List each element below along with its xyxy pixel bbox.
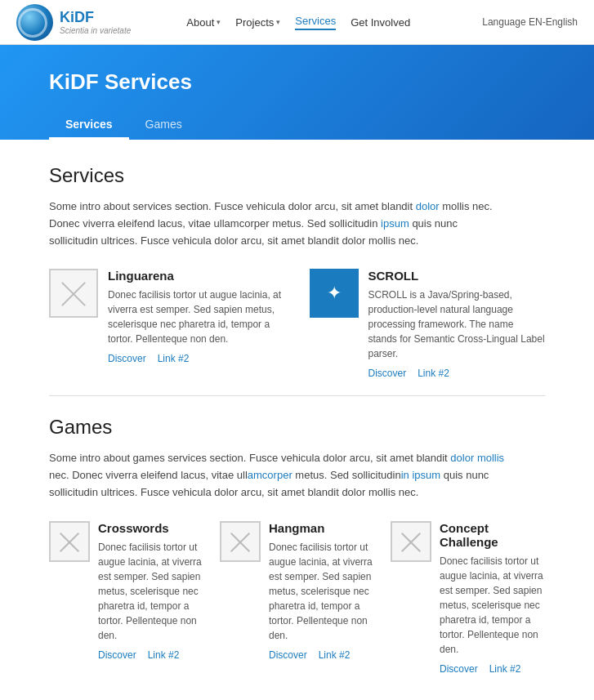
chevron-down-icon: ▾ [276,18,280,26]
concept-challenge-links: Discover Link #2 [440,663,545,675]
card-hangman: Hangman Donec facilisis tortor ut augue … [220,521,374,675]
services-intro-link2[interactable]: ipsum [381,217,409,230]
nav-about[interactable]: About ▾ [186,16,221,29]
language-selector[interactable]: Language EN-English [482,16,578,28]
linguarena-title: Linguarena [108,269,285,283]
scroll-title: SCROLL [368,269,546,283]
crosswords-title: Crosswords [98,521,203,535]
hero-title: KiDF Services [49,69,545,95]
tab-services[interactable]: Services [49,111,129,140]
logo: KiDF Scientia in varietate [16,4,131,41]
section-divider [49,395,545,396]
crosswords-links: Discover Link #2 [98,649,203,661]
games-intro-link2[interactable]: amcorper [248,469,293,481]
scroll-desc: SCROLL is a Java/Spring-based, productio… [368,288,546,361]
games-intro-link4[interactable]: ipsum [412,469,440,481]
logo-text: KiDF Scientia in varietate [60,9,131,35]
services-cards: Linguarena Donec facilisis tortor ut aug… [49,269,545,379]
games-intro-link1[interactable]: dolor mollis [450,452,504,464]
card-scroll: ✦ SCROLL SCROLL is a Java/Spring-based, … [310,269,546,379]
services-intro: Some intro about services section. Fusce… [49,198,507,249]
games-title: Games [49,416,545,439]
hangman-body: Hangman Donec facilisis tortor ut augue … [269,521,374,675]
concept-challenge-title: Concept Challenge [440,521,545,549]
linguarena-discover[interactable]: Discover [108,353,146,364]
placeholder-icon [398,528,424,555]
scroll-discover[interactable]: Discover [368,368,407,379]
nav-projects[interactable]: Projects ▾ [235,16,280,29]
games-intro-link3[interactable]: in [401,469,409,481]
hangman-title: Hangman [269,521,374,535]
concept-challenge-icon [391,521,431,562]
scroll-link2[interactable]: Link #2 [418,368,449,379]
logo-name: KiDF [60,9,131,26]
crosswords-discover[interactable]: Discover [98,649,136,661]
placeholder-icon [56,528,83,555]
scroll-icon-container: ✦ [310,269,359,318]
chevron-down-icon: ▾ [217,18,221,26]
hangman-desc: Donec facilisis tortor ut augue lacinia,… [269,540,374,643]
card-linguarena: Linguarena Donec facilisis tortor ut aug… [49,269,285,379]
hero-tabs: Services Games [49,111,545,140]
card-crosswords: Crosswords Donec facilisis tortor ut aug… [49,521,203,675]
games-intro: Some intro about games services section.… [49,450,507,501]
crosswords-link2[interactable]: Link #2 [148,649,180,661]
placeholder-icon [227,528,253,555]
navbar: KiDF Scientia in varietate About ▾ Proje… [0,0,594,45]
scroll-body: SCROLL SCROLL is a Java/Spring-based, pr… [368,269,546,379]
nav-get-involved[interactable]: Get Involved [351,16,410,29]
games-cards: Crosswords Donec facilisis tortor ut aug… [49,521,545,675]
linguarena-icon [49,269,98,318]
placeholder-icon [57,277,90,310]
hangman-link2[interactable]: Link #2 [319,649,351,661]
concept-challenge-body: Concept Challenge Donec facilisis tortor… [440,521,545,675]
linguarena-body: Linguarena Donec facilisis tortor ut aug… [108,269,285,379]
logo-subtitle: Scientia in varietate [60,26,131,35]
nav-services[interactable]: Services [295,15,336,30]
nav-links: About ▾ Projects ▾ Services Get Involved [186,15,410,30]
services-intro-link1[interactable]: dolor [416,200,440,212]
linguarena-links: Discover Link #2 [108,353,285,364]
tab-games[interactable]: Games [129,111,199,140]
hangman-icon [220,521,261,562]
crosswords-desc: Donec facilisis tortor ut augue lacinia,… [98,540,203,643]
crosswords-icon [49,521,90,562]
linguarena-desc: Donec facilisis tortor ut augue lacinia,… [108,288,285,346]
hangman-discover[interactable]: Discover [269,649,307,661]
concept-challenge-discover[interactable]: Discover [440,663,478,675]
concept-challenge-link2[interactable]: Link #2 [489,663,521,675]
scroll-links: Discover Link #2 [368,368,546,379]
hangman-links: Discover Link #2 [269,649,374,661]
main-content: Services Some intro about services secti… [0,140,594,700]
linguarena-link2[interactable]: Link #2 [158,353,190,364]
crosswords-body: Crosswords Donec facilisis tortor ut aug… [98,521,203,675]
scroll-icon: ✦ [327,283,342,304]
hero-section: KiDF Services Services Games [0,45,594,140]
concept-challenge-desc: Donec facilisis tortor ut augue lacinia,… [440,554,545,657]
logo-icon [16,4,53,41]
card-concept-challenge: Concept Challenge Donec facilisis tortor… [391,521,545,675]
services-title: Services [49,164,545,187]
